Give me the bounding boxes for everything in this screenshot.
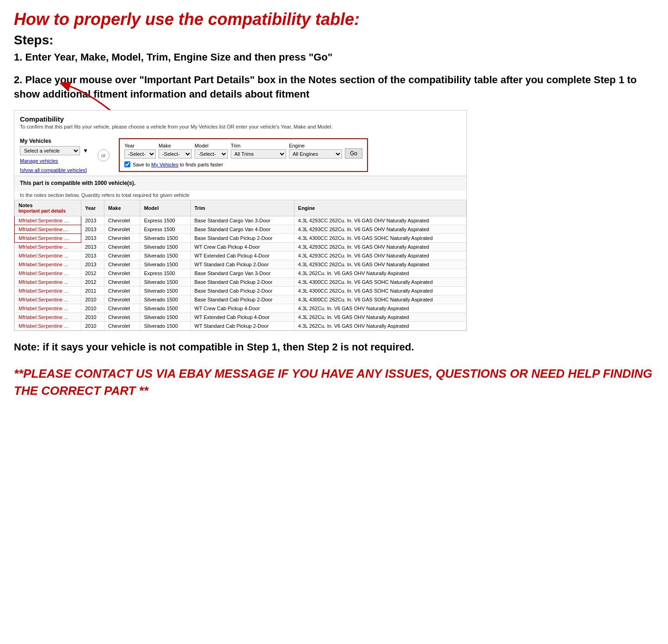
or-divider: or [98, 149, 110, 161]
model-cell: Silverado 1500 [140, 304, 190, 313]
table-header-row: Notes Important part details Year Make M… [15, 200, 466, 216]
trim-cell: Base Standard Cargo Van 3-Door [190, 216, 294, 225]
save-checkbox[interactable] [124, 161, 130, 167]
trim-cell: WT Extended Cab Pickup 4-Door [190, 251, 294, 260]
trim-cell: Base Standard Cargo Van 3-Door [190, 269, 294, 277]
make-cell: Chevrolet [104, 277, 140, 286]
notes-header: Notes Important part details [15, 200, 81, 216]
notes-cell: Mfrlabel:Serpentine ... [15, 251, 81, 260]
table-row: Mfrlabel:Serpentine ... 2010 Chevrolet S… [15, 313, 466, 321]
model-cell: Silverado 1500 [140, 313, 190, 321]
step1-text: 1. Enter Year, Make, Model, Trim, Engine… [14, 50, 654, 65]
year-select[interactable]: -Select- [124, 149, 156, 159]
table-row: Mfrlabel:Serpentine ... 2010 Chevrolet S… [15, 321, 466, 330]
important-part-details-label: Important part details [18, 209, 66, 214]
trim-cell: Base Standard Cab Pickup 2-Door [190, 277, 294, 286]
engine-cell: 4.3L 4300CC 262Cu. In. V6 GAS SOHC Natur… [294, 286, 466, 295]
model-cell: Silverado 1500 [140, 242, 190, 251]
model-cell: Silverado 1500 [140, 295, 190, 304]
compat-note: In the notes section below, Quantity ref… [14, 190, 466, 200]
make-cell: Chevrolet [104, 313, 140, 321]
notes-cell: Mfrlabel:Serpentine ... [15, 321, 81, 330]
make-cell: Chevrolet [104, 225, 140, 233]
notes-header-label: Notes [18, 202, 33, 208]
form-fields-row: Year -Select- Make -Select- Model [124, 143, 362, 159]
model-select[interactable]: -Select- [195, 149, 228, 159]
notes-cell: Mfrlabel:Serpentine ... [15, 277, 81, 286]
show-all-link[interactable]: [show all compatible vehicles] [20, 167, 88, 173]
save-text: Save to My Vehicles to finds parts faste… [133, 162, 223, 167]
model-cell: Silverado 1500 [140, 233, 190, 242]
year-cell: 2013 [81, 251, 104, 260]
notes-cell: Mfrlabel:Serpentine .... [15, 216, 81, 225]
compat-info-bar: This part is compatible with 1000 vehicl… [14, 176, 466, 190]
year-cell: 2013 [81, 225, 104, 233]
engine-cell: 4.3L 4300CC 262Cu. In. V6 GAS SOHC Natur… [294, 277, 466, 286]
trim-select[interactable]: All Trims [231, 149, 286, 159]
engine-cell: 4.3L 4293CC 262Cu. In. V6 GAS OHV Natura… [294, 260, 466, 269]
my-vehicles-label: My Vehicles [20, 138, 88, 144]
make-cell: Chevrolet [104, 295, 140, 304]
trim-cell: Base Standard Cargo Van 4-Door [190, 225, 294, 233]
year-cell: 2010 [81, 304, 104, 313]
table-row: Mfrlabel:Serpentine ... 2012 Chevrolet S… [15, 277, 466, 286]
annotation-container: Compatibility To confirm that this part … [14, 110, 467, 331]
notes-cell: Mfrlabel:Serpentine.... [15, 225, 81, 233]
go-button[interactable]: Go [345, 148, 362, 159]
contact-text: **PLEASE CONTACT US VIA EBAY MESSAGE IF … [14, 365, 654, 399]
model-field: Model -Select- [195, 143, 228, 159]
trim-header: Trim [190, 200, 294, 216]
make-label: Make [159, 143, 192, 148]
model-cell: Silverado 1500 [140, 260, 190, 269]
my-vehicles-link[interactable]: My Vehicles [151, 162, 178, 167]
vehicle-select-dropdown[interactable]: Select a vehicle [20, 146, 80, 155]
engine-cell: 4.3L 4293CC 262Cu. In. V6 GAS OHV Natura… [294, 242, 466, 251]
make-cell: Chevrolet [104, 242, 140, 251]
table-row: Mfrlabel:Serpentine ... 2012 Chevrolet E… [15, 269, 466, 277]
make-cell: Chevrolet [104, 286, 140, 295]
compatibility-widget: Compatibility To confirm that this part … [14, 110, 467, 331]
engine-header: Engine [294, 200, 466, 216]
year-cell: 2012 [81, 277, 104, 286]
trim-cell: Base Standard Cab Pickup 2-Door [190, 233, 294, 242]
trim-cell: WT Crew Cab Pickup 4-Door [190, 242, 294, 251]
table-row: Mfrlabel:Serpentine ... 2010 Chevrolet S… [15, 295, 466, 304]
trim-cell: WT Standard Cab Pickup 2-Door [190, 260, 294, 269]
make-cell: Chevrolet [104, 321, 140, 330]
year-label: Year [124, 143, 156, 148]
year-cell: 2010 [81, 321, 104, 330]
notes-cell: Mfrlabel:Serpentine ... [15, 304, 81, 313]
trim-cell: Base Standard Cab Pickup 2-Door [190, 286, 294, 295]
table-row: Mfrlabel:Serpentine ... 2013 Chevrolet S… [15, 260, 466, 269]
year-cell: 2011 [81, 286, 104, 295]
engine-select[interactable]: All Engines [289, 149, 342, 159]
table-row: Mfrlabel:Serpentine ... 2010 Chevrolet S… [15, 304, 466, 313]
year-cell: 2013 [81, 233, 104, 242]
year-cell: 2012 [81, 269, 104, 277]
main-title: How to properly use the compatibility ta… [14, 9, 654, 29]
engine-cell: 4.3L 262Cu. In. V6 GAS OHV Naturally Asp… [294, 304, 466, 313]
make-cell: Chevrolet [104, 304, 140, 313]
engine-label: Engine [289, 143, 342, 148]
make-select[interactable]: -Select- [159, 149, 192, 159]
year-field: Year -Select- [124, 143, 156, 159]
trim-cell: WT Standard Cab Pickup 2-Door [190, 321, 294, 330]
make-cell: Chevrolet [104, 216, 140, 225]
make-cell: Chevrolet [104, 233, 140, 242]
notes-cell: Mfrlabel:Serpentine ... [15, 260, 81, 269]
model-cell: Silverado 1500 [140, 321, 190, 330]
compatibility-table: Notes Important part details Year Make M… [14, 200, 466, 331]
note-text: Note: if it says your vehicle is not com… [14, 340, 654, 355]
make-header: Make [104, 200, 140, 216]
model-cell: Express 1500 [140, 269, 190, 277]
engine-cell: 4.3L 262Cu. In. V6 GAS OHV Naturally Asp… [294, 313, 466, 321]
engine-cell: 4.3L 4300CC 262Cu. In. V6 GAS SOHC Natur… [294, 295, 466, 304]
trim-cell: Base Standard Cab Pickup 2-Door [190, 295, 294, 304]
vehicle-form-box: Year -Select- Make -Select- Model [119, 138, 368, 172]
year-cell: 2013 [81, 216, 104, 225]
engine-cell: 4.3L 4293CC 262Cu. In. V6 GAS OHV Natura… [294, 216, 466, 225]
widget-title: Compatibility [14, 110, 466, 124]
manage-vehicles-link[interactable]: Manage vehicles [20, 158, 88, 164]
table-row: Mfrlabel:Serpentine ... 2011 Chevrolet S… [15, 286, 466, 295]
step2-text: 2. Place your mouse over "Important Part… [14, 73, 654, 102]
